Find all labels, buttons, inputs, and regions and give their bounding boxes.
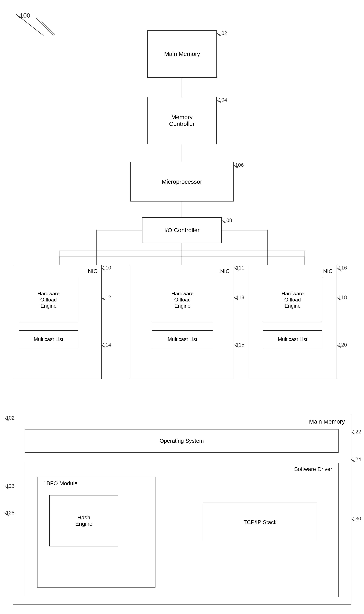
zigzag-122 (350, 431, 358, 437)
hoe-center-box: Hardware Offload Engine (152, 277, 213, 322)
hoe-right-label: Hardware Offload Engine (282, 291, 304, 309)
hash-engine-label: Hash Engine (75, 515, 92, 527)
hoe-left-box: Hardware Offload Engine (19, 277, 78, 322)
hoe-center-label: Hardware Offload Engine (171, 291, 194, 309)
zigzag-126 (3, 485, 12, 491)
zigzag-110 (100, 267, 108, 273)
operating-system-box: Operating System (25, 429, 338, 453)
zigzag-130 (350, 517, 358, 524)
mcast-center-label: Multicast List (168, 336, 197, 342)
nic-right-box: NIC Hardware Offload Engine Multicast Li… (248, 265, 337, 379)
zigzag-120 (336, 344, 344, 350)
hoe-left-label: Hardware Offload Engine (38, 291, 60, 309)
zigzag-124 (350, 458, 358, 464)
lbfo-module-title: LBFO Module (43, 480, 78, 487)
svg-line-22 (16, 14, 43, 36)
mcast-center-box: Multicast List (152, 330, 213, 348)
tcpip-stack-box: TCP/IP Stack (203, 502, 317, 542)
mcast-left-box: Multicast List (19, 330, 78, 348)
mcast-right-label: Multicast List (278, 336, 307, 342)
zigzag-111 (234, 267, 241, 273)
hoe-right-box: Hardware Offload Engine (263, 277, 322, 322)
nic-right-title: NIC (323, 268, 333, 274)
zigzag-113 (234, 296, 241, 302)
nic-center-title: NIC (220, 268, 230, 274)
software-driver-title: Software Driver (294, 466, 332, 472)
lbfo-module-box: LBFO Module Hash Engine (37, 477, 156, 587)
main-memory-bottom-title: Main Memory (309, 418, 345, 425)
mcast-right-box: Multicast List (263, 330, 322, 348)
mcast-left-label: Multicast List (34, 336, 63, 342)
nic-left-title: NIC (88, 268, 97, 274)
zigzag-114 (100, 344, 108, 350)
zigzag-115 (234, 344, 241, 350)
main-memory-bottom-box: Main Memory Operating System Software Dr… (13, 415, 351, 604)
diagram-container: 100 Main Memory 102 Memory Controller 10… (0, 0, 364, 614)
hash-engine-box: Hash Engine (49, 495, 118, 546)
nic-center-box: NIC Hardware Offload Engine Multicast Li… (130, 265, 234, 379)
tcpip-stack-label: TCP/IP Stack (244, 519, 277, 526)
zigzag-128 (3, 512, 12, 517)
zigzag-116 (336, 267, 344, 273)
zigzag-102-bottom (3, 417, 12, 423)
software-driver-box: Software Driver LBFO Module Hash Engine … (25, 463, 338, 597)
nic-left-box: NIC Hardware Offload Engine Multicast Li… (13, 265, 102, 379)
operating-system-label: Operating System (160, 438, 204, 444)
zigzag-112 (100, 296, 108, 302)
zigzag-118 (336, 296, 344, 302)
main-ref-arrow (10, 10, 59, 45)
